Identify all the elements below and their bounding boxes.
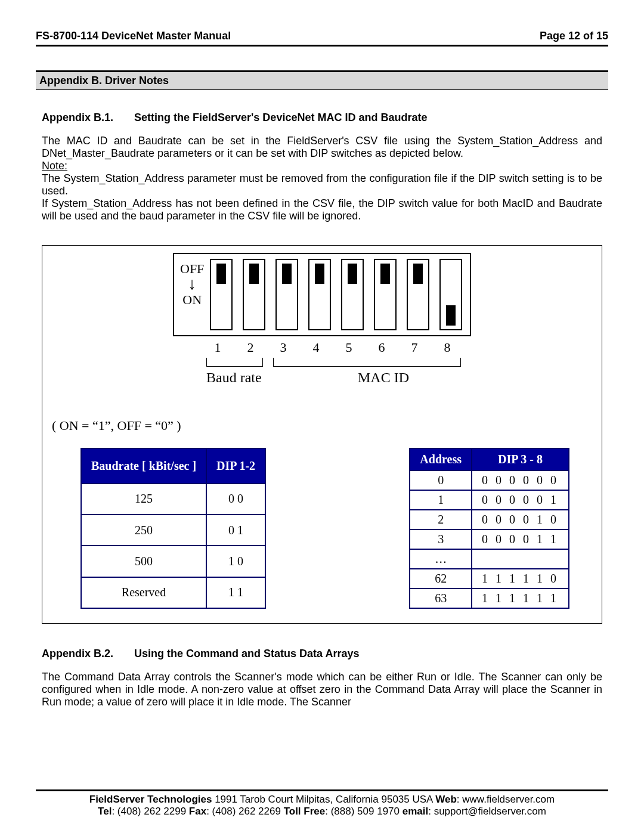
footer-tf: : (888) 509 1970 xyxy=(325,806,402,817)
section-b1-text: Setting the FieldServer's DeviceNet MAC … xyxy=(134,112,427,123)
footer-tel-label: Tel xyxy=(98,806,112,817)
section-b1-title: Appendix B.1. Setting the FieldServer's … xyxy=(42,112,602,124)
table-row: 1250 0 xyxy=(81,484,265,515)
table-row: 5001 0 xyxy=(81,546,265,577)
footer-em: : support@fieldserver.com xyxy=(428,806,546,817)
footer-company: FieldServer Technologies xyxy=(89,794,212,805)
table-row: 30 0 0 0 1 1 xyxy=(410,529,569,549)
bracket-macid xyxy=(273,358,461,367)
dip-switch-3 xyxy=(275,259,298,330)
group-labels: Baud rate MAC ID xyxy=(206,370,471,386)
dip-num-1: 1 xyxy=(206,340,229,355)
section-b1-para2: The System_Station_Address parameter mus… xyxy=(42,172,602,197)
off-on-legend: OFF ↓ ON xyxy=(180,259,204,308)
section-b2-para: The Command Data Array controls the Scan… xyxy=(42,671,602,708)
baudrate-table: Baudrate [ kBit/sec ] DIP 1-2 1250 0 250… xyxy=(80,448,266,609)
dip-num-3: 3 xyxy=(272,340,295,355)
table-row: … xyxy=(410,549,569,569)
dip-tables: Baudrate [ kBit/sec ] DIP 1-2 1250 0 250… xyxy=(51,448,593,609)
footer-tf-label: Toll Free xyxy=(284,806,326,817)
on-label: ON xyxy=(180,292,204,308)
dip-num-4: 4 xyxy=(305,340,327,355)
section-b2-text: Using the Command and Status Data Arrays xyxy=(134,648,359,659)
dip-num-6: 6 xyxy=(370,340,393,355)
section-b1-para3: If System_Station_Address has not been d… xyxy=(42,197,602,222)
appendix-heading: Appendix B. Driver Notes xyxy=(36,70,608,90)
section-b1-number: Appendix B.1. xyxy=(42,112,113,123)
table-row: Reserved1 1 xyxy=(81,577,265,608)
dip-num-8: 8 xyxy=(436,340,459,355)
bracket-baud xyxy=(206,358,263,367)
section-b1-para1: The MAC ID and Baudrate can be set in th… xyxy=(42,135,602,160)
footer-web: : www.fieldserver.com xyxy=(457,794,555,805)
group-brackets xyxy=(206,358,471,367)
table-row: 2500 1 xyxy=(81,515,265,546)
group-label-baud: Baud rate xyxy=(206,370,314,386)
header-right: Page 12 of 15 xyxy=(540,30,608,42)
dip-switch-4 xyxy=(308,259,331,330)
footer-addr: 1991 Tarob Court Milpitas, California 95… xyxy=(212,794,435,805)
dip-num-5: 5 xyxy=(338,340,360,355)
dip-num-7: 7 xyxy=(403,340,426,355)
dip-numbers: 1 2 3 4 5 6 7 8 xyxy=(206,340,471,355)
baud-header-1: Baudrate [ kBit/sec ] xyxy=(81,448,206,484)
dip-switch-frame: OFF ↓ ON xyxy=(173,253,471,336)
switch-row xyxy=(210,259,462,330)
dip-switch-1 xyxy=(210,259,233,330)
page-header: FS-8700-114 DeviceNet Master Manual Page… xyxy=(36,30,608,47)
baud-header-2: DIP 1-2 xyxy=(206,448,265,484)
header-left: FS-8700-114 DeviceNet Master Manual xyxy=(36,30,231,42)
table-row: 10 0 0 0 0 1 xyxy=(410,490,569,510)
dip-switch-6 xyxy=(374,259,397,330)
table-row: 20 0 0 0 1 0 xyxy=(410,510,569,529)
addr-header-1: Address xyxy=(410,448,472,470)
dip-num-2: 2 xyxy=(239,340,262,355)
footer-tel: : (408) 262 2299 xyxy=(112,806,188,817)
address-table: Address DIP 3 - 8 00 0 0 0 0 0 10 0 0 0 … xyxy=(409,448,569,609)
dip-switch-figure: OFF ↓ ON 1 xyxy=(42,245,602,624)
on-off-legend: ( ON = “1”, OFF = “0” ) xyxy=(52,418,593,433)
table-row: 621 1 1 1 1 0 xyxy=(410,569,569,589)
footer-fax: : (408) 262 2269 xyxy=(206,806,283,817)
arrow-down-icon: ↓ xyxy=(180,278,204,290)
dip-switch-5 xyxy=(341,259,364,330)
dip-switch-8 xyxy=(439,259,462,330)
page-footer: FieldServer Technologies 1991 Tarob Cour… xyxy=(36,789,608,817)
footer-web-label: Web xyxy=(435,794,457,805)
table-row: 631 1 1 1 1 1 xyxy=(410,589,569,608)
note-label: Note: xyxy=(42,160,67,172)
footer-em-label: email xyxy=(402,806,428,817)
group-label-macid: MAC ID xyxy=(324,370,443,386)
dip-switch-7 xyxy=(407,259,429,330)
addr-header-2: DIP 3 - 8 xyxy=(472,448,569,470)
table-row: 00 0 0 0 0 0 xyxy=(410,470,569,490)
footer-fax-label: Fax xyxy=(189,806,206,817)
section-b2-number: Appendix B.2. xyxy=(42,648,113,659)
section-b2-title: Appendix B.2. Using the Command and Stat… xyxy=(42,648,602,660)
dip-switch-2 xyxy=(243,259,265,330)
